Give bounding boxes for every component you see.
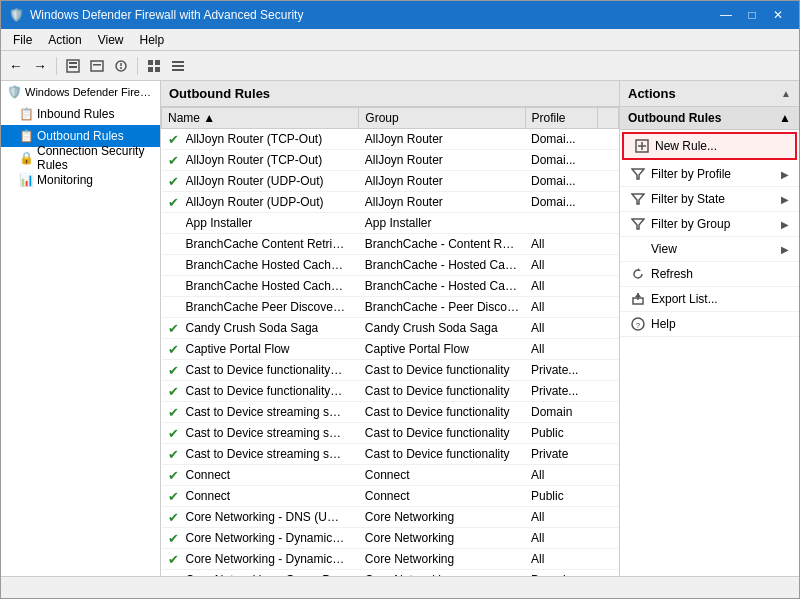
rule-profile: Private <box>525 444 598 465</box>
rule-group: Cast to Device functionality <box>359 381 525 402</box>
table-row[interactable]: ✔AllJoyn Router (TCP-Out)AllJoyn RouterD… <box>162 150 619 171</box>
rule-profile: Domai... <box>525 129 598 150</box>
svg-rect-3 <box>91 61 103 71</box>
rule-group: Cast to Device functionality <box>359 360 525 381</box>
toolbar-btn-5[interactable] <box>167 55 189 77</box>
outbound-icon: 📋 <box>19 129 33 143</box>
forward-button[interactable]: → <box>29 55 51 77</box>
rule-name: Captive Portal Flow <box>186 342 290 356</box>
rule-profile: All <box>525 528 598 549</box>
action-item-filter-group[interactable]: Filter by Group▶ <box>620 212 799 237</box>
rule-name-cell: ✔AllJoyn Router (UDP-Out) <box>162 171 359 191</box>
table-row[interactable]: App InstallerApp Installer <box>162 213 619 234</box>
table-row[interactable]: ✔Captive Portal FlowCaptive Portal FlowA… <box>162 339 619 360</box>
table-row[interactable]: ✔AllJoyn Router (UDP-Out)AllJoyn RouterD… <box>162 192 619 213</box>
maximize-button[interactable]: □ <box>739 5 765 25</box>
main-window: 🛡️ Windows Defender Firewall with Advanc… <box>0 0 800 599</box>
sidebar-item-connection-label: Connection Security Rules <box>37 144 154 172</box>
rule-group: Cast to Device functionality <box>359 423 525 444</box>
rule-extra <box>598 402 619 423</box>
action-item-new-rule[interactable]: New Rule... <box>622 132 797 160</box>
action-item-export[interactable]: Export List... <box>620 287 799 312</box>
toolbar-btn-2[interactable] <box>86 55 108 77</box>
title-bar: 🛡️ Windows Defender Firewall with Advanc… <box>1 1 799 29</box>
rule-group: Core Networking <box>359 507 525 528</box>
toolbar-btn-3[interactable] <box>110 55 132 77</box>
sidebar-item-connection[interactable]: 🔒 Connection Security Rules <box>1 147 160 169</box>
table-row[interactable]: ✔Core Networking - Dynamic Host Config..… <box>162 549 619 570</box>
sidebar-item-monitoring[interactable]: 📊 Monitoring <box>1 169 160 191</box>
rule-name: BranchCache Hosted Cache Client (HTT... <box>186 258 346 272</box>
menu-file[interactable]: File <box>5 31 40 49</box>
rule-name: AllJoyn Router (TCP-Out) <box>186 132 323 146</box>
view-arrow: ▶ <box>781 244 789 255</box>
enabled-icon: ✔ <box>168 384 182 399</box>
new-rule-label: New Rule... <box>655 139 717 153</box>
filter-state-label: Filter by State <box>651 192 725 206</box>
close-button[interactable]: ✕ <box>765 5 791 25</box>
sidebar-item-inbound[interactable]: 📋 Inbound Rules <box>1 103 160 125</box>
table-row[interactable]: ✔Cast to Device streaming server (RTP-St… <box>162 423 619 444</box>
rule-name-cell: ✔AllJoyn Router (TCP-Out) <box>162 150 359 170</box>
window-title: Windows Defender Firewall with Advanced … <box>30 8 303 22</box>
svg-marker-19 <box>632 194 644 204</box>
action-item-filter-state[interactable]: Filter by State▶ <box>620 187 799 212</box>
table-row[interactable]: ✔AllJoyn Router (TCP-Out)AllJoyn RouterD… <box>162 129 619 150</box>
enabled-icon: ✔ <box>168 510 182 525</box>
toolbar-btn-1[interactable] <box>62 55 84 77</box>
rule-name-cell: ✔Cast to Device streaming server (RTP-St… <box>162 402 359 422</box>
minimize-button[interactable]: — <box>713 5 739 25</box>
rule-group: Cast to Device functionality <box>359 444 525 465</box>
menu-view[interactable]: View <box>90 31 132 49</box>
monitoring-icon: 📊 <box>19 173 33 187</box>
col-profile[interactable]: Profile <box>525 108 598 129</box>
action-item-view[interactable]: View▶ <box>620 237 799 262</box>
action-item-refresh[interactable]: Refresh <box>620 262 799 287</box>
menu-bar: File Action View Help <box>1 29 799 51</box>
sidebar-item-root[interactable]: 🛡️ Windows Defender Firewall wi... <box>1 81 160 103</box>
table-row[interactable]: ✔Core Networking - DNS (UDP-Out)Core Net… <box>162 507 619 528</box>
svg-rect-10 <box>148 67 153 72</box>
table-row[interactable]: BranchCache Hosted Cache Client (HTT...B… <box>162 255 619 276</box>
col-name[interactable]: Name ▲ <box>162 108 359 129</box>
rule-profile: Domai... <box>525 171 598 192</box>
col-group[interactable]: Group <box>359 108 525 129</box>
table-row[interactable]: ✔Candy Crush Soda SagaCandy Crush Soda S… <box>162 318 619 339</box>
rule-extra <box>598 150 619 171</box>
menu-action[interactable]: Action <box>40 31 89 49</box>
title-bar-left: 🛡️ Windows Defender Firewall with Advanc… <box>9 8 303 22</box>
svg-marker-21 <box>638 268 641 271</box>
rule-profile: Domain <box>525 402 598 423</box>
table-row[interactable]: ✔Core Networking - Dynamic Host Config..… <box>162 528 619 549</box>
action-item-filter-profile[interactable]: Filter by Profile▶ <box>620 162 799 187</box>
table-row[interactable]: ✔ConnectConnectPublic <box>162 486 619 507</box>
rule-name: Core Networking - DNS (UDP-Out) <box>186 510 346 524</box>
rule-name: Core Networking - Dynamic Host Config... <box>186 552 346 566</box>
back-button[interactable]: ← <box>5 55 27 77</box>
table-row[interactable]: ✔Cast to Device functionality (qWave-TCP… <box>162 360 619 381</box>
rule-profile: All <box>525 507 598 528</box>
table-row[interactable]: ✔AllJoyn Router (UDP-Out)AllJoyn RouterD… <box>162 171 619 192</box>
rule-name-cell: ✔Cast to Device streaming server (RTP-St… <box>162 423 359 443</box>
table-row[interactable]: BranchCache Hosted Cache Server(HTT...Br… <box>162 276 619 297</box>
table-row[interactable]: ✔Cast to Device streaming server (RTP-St… <box>162 402 619 423</box>
table-row[interactable]: BranchCache Peer Discovery (WSD-Out)Bran… <box>162 297 619 318</box>
rule-group: Connect <box>359 465 525 486</box>
rule-extra <box>598 213 619 234</box>
toolbar-btn-4[interactable] <box>143 55 165 77</box>
enabled-icon: ✔ <box>168 321 182 336</box>
export-icon <box>630 291 646 307</box>
action-item-help[interactable]: ?Help <box>620 312 799 337</box>
table-row[interactable]: ✔ConnectConnectAll <box>162 465 619 486</box>
table-row[interactable]: BranchCache Content Retrieval (HTTP-O...… <box>162 234 619 255</box>
table-row[interactable]: ✔Cast to Device streaming server (RTP-St… <box>162 444 619 465</box>
rule-name: Candy Crush Soda Saga <box>186 321 319 335</box>
rule-extra <box>598 465 619 486</box>
rules-table-container[interactable]: Name ▲ Group Profile ✔AllJoyn Router (TC… <box>161 107 619 576</box>
menu-help[interactable]: Help <box>132 31 173 49</box>
rule-extra <box>598 528 619 549</box>
col-extra[interactable] <box>598 108 619 129</box>
collapse-button[interactable]: ▲ <box>781 88 791 99</box>
section-collapse[interactable]: ▲ <box>779 111 791 125</box>
table-row[interactable]: ✔Cast to Device functionality (qWave-UDP… <box>162 381 619 402</box>
